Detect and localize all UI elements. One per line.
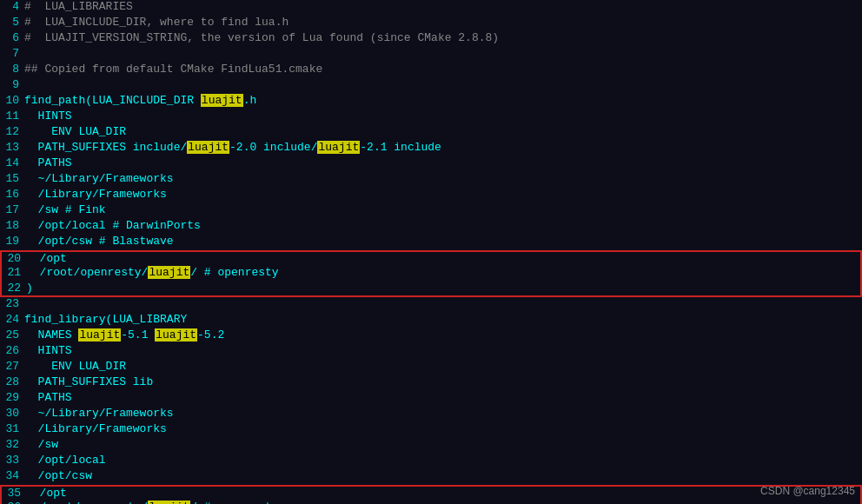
- line-number: 31: [0, 422, 24, 435]
- line-number: 30: [0, 407, 24, 420]
- code-text: /sw # Fink: [24, 203, 106, 216]
- line-number: 24: [0, 313, 24, 326]
- line-number: 27: [0, 360, 24, 373]
- line-content: # LUA_INCLUDE_DIR, where to find lua.h: [24, 16, 862, 29]
- line-content: /opt/csw # Blastwave: [24, 235, 862, 248]
- code-lines: 4# LUA_LIBRARIES5# LUA_INCLUDE_DIR, wher…: [0, 0, 862, 504]
- line-number: 29: [0, 391, 24, 404]
- line-content: HINTS: [24, 344, 862, 357]
- line-number: 21: [2, 266, 26, 279]
- table-row: 23: [0, 297, 862, 313]
- code-text: -2.0 include/: [229, 141, 317, 154]
- line-number: 23: [0, 297, 24, 310]
- table-row: 16 /Library/Frameworks: [0, 188, 862, 203]
- highlighted-keyword: luajit: [201, 94, 243, 107]
- table-row: 9: [0, 78, 862, 94]
- line-number: 17: [0, 203, 24, 216]
- code-text: /root/openresty/: [26, 501, 148, 504]
- line-content: PATH_SUFFIXES lib: [24, 375, 862, 388]
- code-text: find_path(LUA_INCLUDE_DIR: [24, 94, 201, 107]
- table-row: 15 ~/Library/Frameworks: [0, 172, 862, 188]
- code-text: ~/Library/Frameworks: [24, 407, 174, 420]
- line-content: /opt/local: [24, 454, 862, 467]
- line-number: 32: [0, 438, 24, 451]
- code-text: /Library/Frameworks: [24, 422, 167, 435]
- line-content: /sw # Fink: [24, 203, 862, 216]
- code-text: NAMES: [24, 328, 78, 342]
- line-content: find_path(LUA_INCLUDE_DIR luajit.h: [24, 94, 862, 107]
- code-text: HINTS: [24, 344, 72, 357]
- code-text: PATH_SUFFIXES lib: [24, 375, 153, 388]
- line-content: ): [26, 282, 857, 295]
- table-row: 21 /root/openresty/luajit/ # openresty: [0, 266, 862, 282]
- code-text: /Library/Frameworks: [24, 188, 167, 201]
- line-number: 8: [0, 63, 24, 76]
- table-row: 35 /opt: [0, 485, 862, 501]
- comment-text: # LUAJIT_VERSION_STRING, the version of …: [24, 31, 499, 44]
- line-number: 5: [0, 16, 24, 29]
- table-row: 24find_library(LUA_LIBRARY: [0, 313, 862, 328]
- line-number: 36: [2, 501, 26, 504]
- table-row: 22): [0, 282, 862, 297]
- code-text: /sw: [24, 438, 58, 451]
- table-row: 25 NAMES luajit-5.1 luajit-5.2: [0, 328, 862, 344]
- code-text: /opt/csw: [24, 469, 92, 482]
- line-content: /opt/csw: [24, 469, 862, 482]
- line-content: /opt: [26, 487, 857, 500]
- code-text: -5.1: [121, 328, 155, 342]
- line-content: ENV LUA_DIR: [24, 360, 862, 373]
- code-text: / # openresty: [190, 501, 278, 504]
- code-text: -5.2: [197, 328, 224, 342]
- line-number: 34: [0, 469, 24, 482]
- table-row: 4# LUA_LIBRARIES: [0, 0, 862, 16]
- table-row: 26 HINTS: [0, 344, 862, 360]
- line-number: 13: [0, 141, 24, 154]
- line-number: 25: [0, 328, 24, 342]
- table-row: 32 /sw: [0, 438, 862, 454]
- comment-text: ## Copied from default CMake FindLua51.c…: [24, 63, 322, 76]
- table-row: 13 PATH_SUFFIXES include/luajit-2.0 incl…: [0, 141, 862, 156]
- table-row: 17 /sw # Fink: [0, 203, 862, 219]
- line-number: 22: [2, 282, 26, 295]
- line-content: /sw: [24, 438, 862, 451]
- line-number: 14: [0, 156, 24, 169]
- highlighted-keyword: luajit: [155, 328, 197, 342]
- code-text: ENV LUA_DIR: [24, 360, 126, 373]
- line-number: 6: [0, 31, 24, 44]
- table-row: 34 /opt/csw: [0, 469, 862, 485]
- table-row: 10find_path(LUA_INCLUDE_DIR luajit.h: [0, 94, 862, 109]
- line-number: 9: [0, 78, 24, 91]
- highlighted-keyword: luajit: [187, 141, 229, 154]
- line-content: /Library/Frameworks: [24, 422, 862, 435]
- table-row: 7: [0, 47, 862, 63]
- line-number: 20: [2, 252, 26, 265]
- table-row: 30 ~/Library/Frameworks: [0, 407, 862, 422]
- line-number: 15: [0, 172, 24, 185]
- line-content: /root/openresty/luajit/ # openresty: [26, 501, 857, 504]
- line-number: 18: [0, 219, 24, 232]
- highlighted-keyword: luajit: [148, 266, 190, 279]
- line-number: 16: [0, 188, 24, 201]
- line-content: find_library(LUA_LIBRARY: [24, 313, 862, 326]
- line-content: /root/openresty/luajit/ # openresty: [26, 266, 857, 279]
- table-row: 6# LUAJIT_VERSION_STRING, the version of…: [0, 31, 862, 47]
- line-content: ~/Library/Frameworks: [24, 172, 862, 185]
- table-row: 12 ENV LUA_DIR: [0, 125, 862, 141]
- code-text: ENV LUA_DIR: [24, 125, 126, 138]
- table-row: 29 PATHS: [0, 391, 862, 407]
- table-row: 28 PATH_SUFFIXES lib: [0, 375, 862, 391]
- table-row: 5# LUA_INCLUDE_DIR, where to find lua.h: [0, 16, 862, 31]
- line-content: HINTS: [24, 109, 862, 123]
- code-text: -2.1 include: [360, 141, 441, 154]
- table-row: 31 /Library/Frameworks: [0, 422, 862, 438]
- code-text: .h: [243, 94, 257, 107]
- line-content: PATH_SUFFIXES include/luajit-2.0 include…: [24, 141, 862, 154]
- table-row: 14 PATHS: [0, 156, 862, 172]
- line-number: 26: [0, 344, 24, 357]
- line-content: /opt/local # DarwinPorts: [24, 219, 862, 232]
- line-number: 35: [2, 487, 26, 500]
- line-number: 11: [0, 109, 24, 123]
- line-content: /Library/Frameworks: [24, 188, 862, 201]
- code-text: /root/openresty/: [26, 266, 148, 279]
- line-content: PATHS: [24, 391, 862, 404]
